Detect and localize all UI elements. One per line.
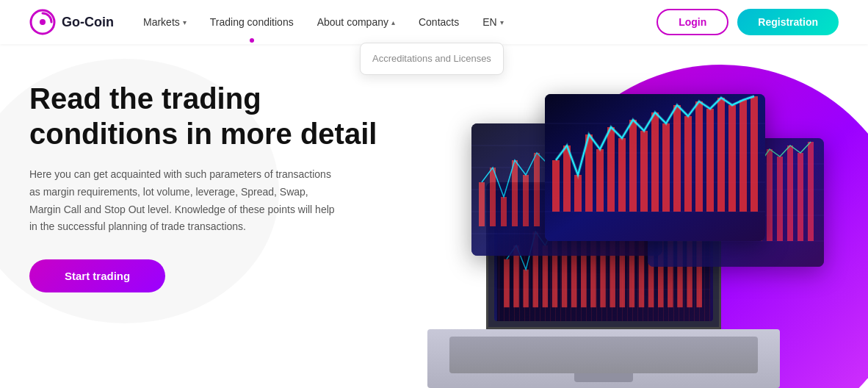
svg-rect-46 <box>739 100 747 212</box>
laptop-keyboard <box>427 329 780 388</box>
nav-contacts[interactable]: Contacts <box>419 16 459 28</box>
svg-rect-29 <box>552 160 560 212</box>
nav-links: Markets ▾ Trading conditions About compa… <box>143 16 657 28</box>
nav-language[interactable]: EN ▾ <box>482 16 503 28</box>
svg-point-1 <box>40 19 46 25</box>
svg-rect-40 <box>673 105 681 212</box>
svg-rect-47 <box>751 96 758 212</box>
svg-rect-43 <box>706 109 714 212</box>
logo-icon <box>29 9 56 35</box>
hero-section: Read the trading conditions in more deta… <box>0 44 868 388</box>
navbar: Go-Coin Markets ▾ Trading conditions Abo… <box>0 0 868 44</box>
svg-rect-41 <box>684 116 692 212</box>
hero-description: Here you can get acquainted with such pa… <box>29 166 338 236</box>
dropdown-item-accreditations[interactable]: Accreditations and Licenses <box>372 52 491 65</box>
chevron-up-icon: ▴ <box>391 18 395 26</box>
start-trading-button[interactable]: Start trading <box>29 259 165 292</box>
svg-rect-65 <box>777 157 783 241</box>
hero-title: Read the trading conditions in more deta… <box>29 81 382 151</box>
svg-rect-42 <box>695 101 703 212</box>
svg-rect-39 <box>662 123 670 212</box>
chart-svg-main <box>545 94 765 241</box>
svg-rect-35 <box>618 138 626 212</box>
svg-rect-31 <box>574 175 582 212</box>
svg-rect-75 <box>523 270 528 308</box>
about-company-dropdown: Accreditations and Licenses <box>360 43 504 75</box>
nav-auth: Login Registration <box>657 9 839 35</box>
svg-rect-36 <box>629 120 637 212</box>
brand-name: Go-Coin <box>62 15 114 30</box>
svg-rect-10 <box>501 197 507 226</box>
svg-rect-34 <box>607 127 615 212</box>
svg-rect-64 <box>767 149 773 241</box>
screen-main <box>545 94 765 241</box>
chevron-down-icon: ▾ <box>183 18 187 26</box>
laptop-trackpad <box>574 367 633 382</box>
svg-rect-73 <box>504 259 509 308</box>
hero-content: Read the trading conditions in more deta… <box>29 73 382 292</box>
svg-rect-11 <box>512 160 518 226</box>
svg-rect-13 <box>534 153 540 226</box>
svg-rect-12 <box>523 175 529 226</box>
svg-rect-68 <box>808 142 814 241</box>
svg-rect-44 <box>717 98 725 212</box>
svg-rect-45 <box>728 105 736 212</box>
svg-rect-66 <box>787 146 793 241</box>
svg-rect-38 <box>651 112 659 212</box>
hero-image <box>427 79 853 388</box>
svg-rect-37 <box>640 131 648 212</box>
login-button[interactable]: Login <box>657 9 728 35</box>
svg-rect-33 <box>596 149 604 212</box>
logo[interactable]: Go-Coin <box>29 9 114 35</box>
nav-about-company[interactable]: About company ▴ <box>317 16 395 28</box>
svg-rect-67 <box>798 153 803 241</box>
svg-rect-8 <box>479 182 485 226</box>
chevron-down-icon-lang: ▾ <box>500 18 504 26</box>
nav-trading-conditions[interactable]: Trading conditions <box>210 16 294 28</box>
svg-rect-9 <box>490 168 496 226</box>
nav-markets[interactable]: Markets ▾ <box>143 16 187 28</box>
register-button[interactable]: Registration <box>737 9 839 35</box>
